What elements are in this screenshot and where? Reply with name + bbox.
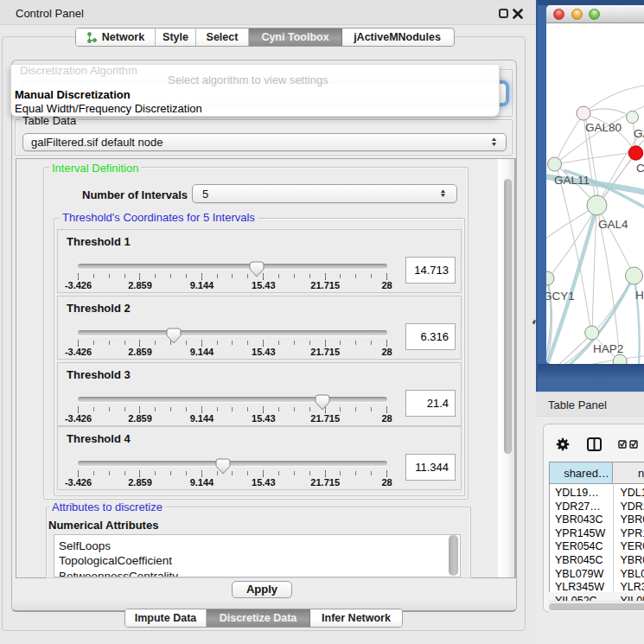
svg-text:GCY1: GCY1 [546,290,575,303]
svg-text:GA: GA [634,127,644,140]
svg-text:H: H [635,289,644,302]
svg-text:GAL11: GAL11 [554,174,590,187]
svg-text:HAP2: HAP2 [593,342,623,355]
svg-text:GAL4: GAL4 [598,218,628,231]
svg-text:GAL80: GAL80 [585,121,622,134]
svg-text:C: C [636,162,644,175]
